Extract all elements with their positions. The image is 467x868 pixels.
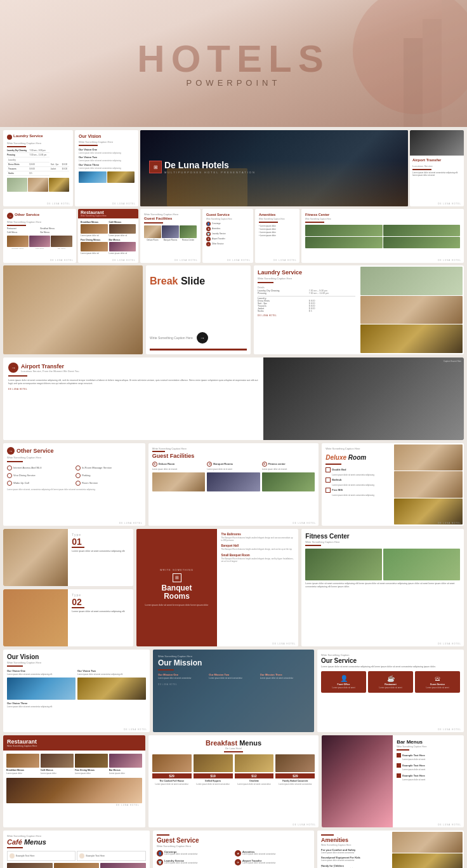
vision-title: Our Vision [79,134,135,139]
svg-rect-0 [442,0,467,127]
slide-deluxe-room[interactable]: Write Something Caption Here Deluxe Room… [322,443,464,526]
slide-other-service-sm[interactable]: → Other Service Write Something Caption … [3,209,76,263]
guest-svc-full-subtitle: Write Something Caption Here [157,845,310,848]
slide-restaurant-full[interactable]: Restaurant Write Something Caption Here … [3,735,145,827]
vision-subtitle: Write Something Caption Here [79,140,135,144]
break-arrow[interactable]: → [197,332,208,344]
laundry-subtitle: Write Something Caption Here [7,142,69,145]
slide-restaurant-sm[interactable]: Restaurant Write Something Caption Here … [78,209,138,263]
hero-section: HOTELS POWERPOINT [0,0,467,127]
slide-guest-facilities-sm[interactable]: Write Something Caption Here Guest Facil… [140,209,201,263]
bar-title: Bar Menus [397,739,460,745]
laundry-title: Laundry Service [13,134,43,138]
slide-fitness-sm[interactable]: Fitness Center Write Something Caption H… [301,209,464,263]
break-title2: Slide [181,276,205,286]
slide-type-01[interactable]: Type 01 Lorem ipsum dolor sit amet conse… [3,529,133,586]
laundry-full-subtitle: Write Something Caption Here [258,277,355,280]
slides-grid: Laundry Service Write Something Caption … [0,127,467,868]
brand-name: De Luna Hotels [164,160,256,170]
other-service-full-title: Other Service [16,448,54,454]
laundry-full-title: Laundry Service [258,269,355,276]
fitness-subtitle: Write Something Caption Here [305,540,460,544]
hero-title: HOTELS [137,40,329,78]
break-subtitle: Write Something Caption Here [150,336,193,340]
breakfast-subtitle: De Luna Hotel [152,747,315,750]
break-title: Break [150,276,178,286]
slide-guest-service-full[interactable]: Guest Service Write Something Caption He… [153,831,314,868]
slide-other-service-full[interactable]: → Other Service Write Something Caption … [3,443,145,526]
vision-full-subtitle: Write Something Caption Here [7,661,146,664]
slide-airport-transfer-full[interactable]: → Airport Transfer Luxurious Service, Fr… [3,357,464,440]
slide-bar-menus[interactable]: Bar Menus Write Something Caption Here E… [322,735,464,827]
vision-footer: DE LUNA HOTEL [112,203,136,205]
transfer-title: Airport Transfer [412,158,461,163]
slide-break-left [3,265,143,354]
other-service-title: Other Service [15,213,39,217]
slide-banquet-rooms[interactable]: WRITE SOMETHING ⊞ Banquet Rooms Lorem ip… [136,529,299,646]
fitness-title: Fitness Center [305,533,460,540]
airport-full-subtitle: Luxurious Service, From the Moment We Gr… [21,370,79,373]
svg-rect-1 [423,19,442,127]
our-service-title: Our Service [321,657,460,664]
slide-laundry-full[interactable]: Laundry Service Write Something Caption … [254,265,464,354]
amenities-full-subtitle: Write Something Caption Here [321,844,386,846]
bar-subtitle: Write Something Caption Here [397,745,460,748]
slide-our-vision-sm[interactable]: Our Vision Write Something Caption Here … [75,130,138,206]
slide-our-service[interactable]: Write Something Caption Our Service Lore… [317,650,464,732]
restaurant-full-subtitle: Write Something Caption Here [7,745,141,747]
slide-our-vision-full[interactable]: Our Vision Write Something Caption Here … [3,650,150,732]
restaurant-header: Restaurant Write Something Caption Here [78,209,138,218]
slide-breakfast-menus[interactable]: Breakfast Menus De Luna Hotel $29 The Co… [148,735,319,827]
slide-laundry-service[interactable]: Laundry Service Write Something Caption … [3,130,73,206]
slide-guest-service-sm[interactable]: Guest Service Write Something Caption He… [202,209,253,263]
svg-rect-2 [404,38,423,127]
guest-fac-title: Guest Facilities [152,453,315,459]
restaurant-full-title: Restaurant [7,738,141,745]
mission-title: Our Mission [158,658,309,667]
slide-de-luna-main[interactable]: ⊞ De Luna Hotels MULTIPURPOSES HOTEL PRE… [140,130,408,206]
slide-break-main[interactable]: Break Slide Write Something Caption Here… [146,265,251,354]
slide-airport-transfer-sm[interactable]: Airport Transfer Luxurious Service Lorem… [410,130,464,206]
slide-our-mission[interactable]: Write Something Caption Here Our Mission… [153,650,314,732]
slide-fitness-full[interactable]: Fitness Center Write Something Caption H… [301,529,464,646]
slide-amenities-full[interactable]: Amenities Write Something Caption Here F… [317,831,464,868]
airport-full-title: Airport Transfer [21,363,79,370]
amenities-full-title: Amenities [321,837,386,843]
slide-cafe-menus[interactable]: Write Something Caption Here Café Menus … [3,831,150,868]
brand-tagline: MULTIPURPOSES HOTEL PRESENTATION [164,171,256,174]
de-luna-logo: ⊞ [149,161,162,173]
slide-type-02[interactable]: Type 02 Lorem ipsum dolor sit amet conse… [3,589,133,646]
slide-guest-facilities-full[interactable]: Write Something Caption Here Guest Facil… [148,443,319,526]
guest-svc-full-title: Guest Service [157,837,310,844]
transfer-subtitle: Luxurious Service [412,164,461,168]
breakfast-title: Breakfast Menus [152,739,315,747]
vision-full-title: Our Vision [7,653,146,660]
slide-amenities-sm[interactable]: Amenities Write Something Caption Here •… [255,209,299,263]
laundry-footer: DE LUNA HOTEL [47,203,70,205]
